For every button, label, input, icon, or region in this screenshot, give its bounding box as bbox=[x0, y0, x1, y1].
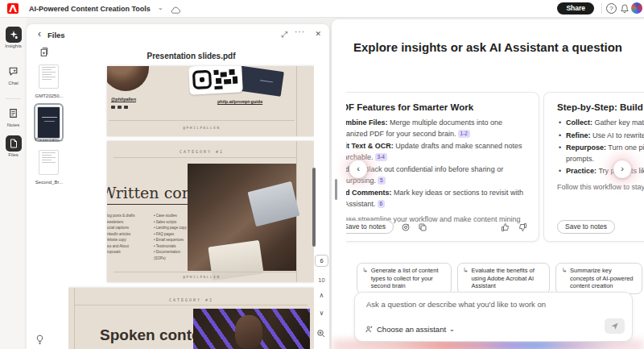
zoom-in-icon[interactable] bbox=[316, 327, 326, 342]
more-options-icon[interactable] bbox=[295, 27, 305, 36]
insights-icon bbox=[6, 27, 22, 43]
card-bullet: Refine: Use AI to rewrite drafts in your… bbox=[557, 131, 644, 142]
lightbulb-icon[interactable] bbox=[35, 334, 44, 348]
save-to-notes-button[interactable]: Save to notes bbox=[557, 220, 615, 234]
page-number-input[interactable]: 6 bbox=[315, 255, 328, 267]
slide-rule bbox=[296, 66, 297, 136]
card-bullet: Add Comments: Mark key ideas or sections… bbox=[346, 188, 526, 210]
slide-bullet: Newsletters bbox=[107, 219, 152, 226]
instagram-icon bbox=[111, 106, 115, 109]
pdf-page-spoken-content: CATEGORY #2 Spoken content bbox=[68, 288, 314, 349]
slide-bullet: LinkedIn articles bbox=[107, 231, 152, 238]
sidebar-item-notes[interactable]: Notes bbox=[0, 105, 27, 128]
insight-cards-carousel: PDF Features for Smarter Work Combine Fi… bbox=[346, 90, 644, 245]
add-file-icon[interactable] bbox=[39, 46, 50, 60]
slide-bullet: FAQ pages bbox=[154, 231, 189, 238]
notifications-bell-icon[interactable] bbox=[620, 3, 630, 18]
profile-photo bbox=[107, 66, 149, 91]
slide-rule bbox=[74, 305, 308, 305]
prompt-input[interactable] bbox=[365, 299, 606, 310]
avatar[interactable] bbox=[631, 2, 642, 14]
sidebar-item-chat[interactable]: Chat bbox=[0, 63, 27, 86]
slide-bullet-column-2: Case studies Sales scripts Landing page … bbox=[154, 213, 189, 261]
send-button[interactable] bbox=[605, 318, 625, 334]
suggestion-chip[interactable]: Generate a list of content types to coll… bbox=[357, 263, 452, 294]
attribution-icon[interactable] bbox=[401, 222, 411, 232]
prompt-guide-link: philp.ai/prompt-guide bbox=[217, 99, 262, 104]
save-to-notes-button[interactable]: Save to notes bbox=[346, 220, 394, 234]
page-total: 10 bbox=[315, 276, 328, 284]
rail-divider bbox=[6, 98, 21, 99]
slide-bullet: Website copy bbox=[107, 237, 152, 243]
assistant-heading: Explore insights or ask AI Assistant a q… bbox=[332, 40, 644, 54]
close-icon[interactable] bbox=[315, 30, 321, 38]
chevron-down-icon[interactable] bbox=[158, 4, 166, 12]
carousel-next-button[interactable] bbox=[613, 160, 631, 178]
sidebar-item-label: Insights bbox=[0, 44, 27, 49]
card-actions: Save to notes bbox=[557, 220, 644, 234]
slide-bullet: Bios and About bbox=[107, 243, 152, 250]
thumbs-up-icon[interactable] bbox=[501, 222, 510, 232]
file-thumbnail-label: Second_Br... bbox=[30, 180, 68, 185]
thumbs-down-icon[interactable] bbox=[518, 222, 527, 232]
sidebar-item-files[interactable]: Files bbox=[0, 135, 27, 158]
assistant-icon bbox=[365, 325, 374, 334]
toolbar-divider bbox=[601, 3, 602, 14]
panel-scrollbar[interactable] bbox=[335, 179, 337, 200]
files-panel-title: Files bbox=[47, 31, 65, 39]
document-scrollbar[interactable] bbox=[312, 168, 316, 247]
citation-badge[interactable]: 5 bbox=[378, 177, 386, 185]
card-bullet: Repurpose: Turn one piece into many with… bbox=[557, 143, 644, 164]
suggestion-chips: Generate a list of content types to coll… bbox=[357, 263, 642, 294]
slide-bullet: Testimonials bbox=[154, 243, 189, 250]
cloud-saved-icon bbox=[171, 3, 181, 18]
citation-badge[interactable]: 1-2 bbox=[458, 130, 470, 138]
file-thumbnail-label: Presentatio... bbox=[30, 137, 68, 142]
expand-icon[interactable] bbox=[281, 30, 287, 39]
sidebar-item-label: Notes bbox=[0, 123, 27, 128]
files-panel: Files GMT20250... Presentatio... Second_… bbox=[27, 24, 329, 349]
suggestion-chip[interactable]: Summarize key concepts of AI-powered con… bbox=[555, 263, 642, 294]
slide-bullet: Social captions bbox=[107, 225, 152, 231]
chip-label: Evaluate the benefits of using Adobe Acr… bbox=[471, 267, 543, 290]
copy-icon[interactable] bbox=[418, 222, 427, 232]
slide-rule bbox=[114, 272, 296, 272]
slide-category-label: CATEGORY #2 bbox=[97, 297, 286, 302]
file-thumbnail-selected[interactable] bbox=[37, 106, 60, 139]
top-bar: AI-Powered Content Creation Tools Share bbox=[0, 0, 644, 18]
assistant-selector[interactable]: Choose an assistant bbox=[365, 325, 455, 334]
slide-bullet: Email sequences bbox=[154, 237, 189, 243]
citation-badge[interactable]: 3-4 bbox=[375, 153, 387, 161]
sidebar-item-insights[interactable]: Insights bbox=[0, 27, 27, 49]
slide-bullet: Sales scripts bbox=[154, 219, 189, 226]
suggestion-chip[interactable]: Evaluate the benefits of using Adobe Acr… bbox=[457, 263, 551, 294]
prompt-arrow-icon bbox=[463, 267, 469, 274]
social-icons bbox=[111, 106, 128, 109]
sidebar-item-label: Files bbox=[0, 152, 27, 158]
card-title: PDF Features for Smarter Work bbox=[346, 102, 526, 112]
file-thumbnail[interactable] bbox=[39, 150, 59, 175]
card-bullet: Edit Text & OCR: Update drafts and make … bbox=[346, 141, 526, 163]
card-title: Step-by-Step: Build Your Second Brain bbox=[557, 102, 644, 112]
back-chevron-icon[interactable] bbox=[38, 29, 46, 40]
adobe-acrobat-logo-icon[interactable] bbox=[7, 3, 19, 14]
file-thumbnail[interactable] bbox=[39, 64, 59, 89]
slide-photo-typing bbox=[188, 164, 296, 271]
citation-badge[interactable]: 6 bbox=[378, 200, 386, 208]
card-actions: Save to notes bbox=[346, 220, 527, 234]
share-button[interactable]: Share bbox=[557, 2, 594, 15]
app-window: AI-Powered Content Creation Tools Share … bbox=[0, 0, 644, 349]
prompt-arrow-icon bbox=[362, 267, 368, 274]
document-viewport[interactable]: Presentation slides.pdf @philpallen bbox=[68, 42, 314, 349]
card-summary-text: Follow this workflow to stay organized. bbox=[557, 182, 644, 192]
insight-card-features: PDF Features for Smarter Work Combine Fi… bbox=[346, 92, 539, 242]
carousel-previous-button[interactable] bbox=[349, 160, 367, 178]
slide-bullet: Landing page copy bbox=[154, 225, 189, 231]
slide-category-label: CATEGORY #1 bbox=[107, 149, 296, 154]
ai-assistant-panel: Explore insights or ask AI Assistant a q… bbox=[332, 19, 644, 349]
social-handle: @philpallen bbox=[111, 97, 136, 102]
chevron-down-icon[interactable] bbox=[315, 310, 328, 317]
chevron-up-icon[interactable] bbox=[315, 292, 328, 299]
pdf-page-intro: @philpallen philp.ai/prompt-guide @PHILP… bbox=[107, 66, 314, 136]
help-icon[interactable] bbox=[606, 3, 617, 14]
